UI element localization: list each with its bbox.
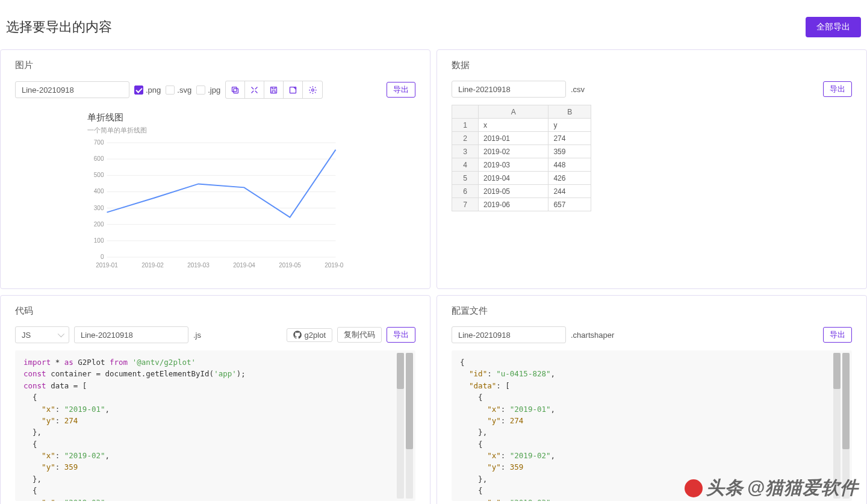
copy-icon[interactable] <box>226 81 245 98</box>
image-filename-input[interactable] <box>15 81 129 98</box>
config-panel-title: 配置文件 <box>452 305 852 317</box>
svg-text:500: 500 <box>94 172 104 178</box>
image-export-button[interactable]: 导出 <box>387 82 415 98</box>
table-row[interactable]: 62019-05244 <box>452 185 591 198</box>
scrollbar[interactable] <box>397 353 414 499</box>
github-icon <box>293 331 302 339</box>
image-panel-title: 图片 <box>15 60 415 71</box>
code-ext-label: .js <box>193 331 201 340</box>
config-ext-label: .chartshaper <box>571 331 614 340</box>
code-panel-title: 代码 <box>15 305 415 317</box>
lang-select[interactable]: JS <box>15 326 69 343</box>
svg-rect-1 <box>232 87 237 92</box>
svg-text:600: 600 <box>94 155 104 162</box>
data-panel-title: 数据 <box>452 60 852 71</box>
chevron-down-icon <box>58 331 64 337</box>
settings-icon[interactable] <box>303 81 322 98</box>
svg-text:2019-02: 2019-02 <box>141 262 164 269</box>
chart-title: 单折线图 <box>87 112 343 123</box>
data-panel: 数据 .csv 导出 AB 1xy 22019-0127432019-02359… <box>437 49 867 289</box>
config-export-button[interactable]: 导出 <box>823 327 852 343</box>
code-panel: 代码 JS .js g2plot 复制代码 导出 import * as G2P… <box>0 295 430 504</box>
table-row[interactable]: 32019-02359 <box>452 145 591 158</box>
svg-text:0: 0 <box>101 254 104 260</box>
data-filename-input[interactable] <box>452 81 566 98</box>
table-row[interactable]: 52019-04426 <box>452 172 591 185</box>
code-filename-input[interactable] <box>74 326 188 343</box>
config-panel: 配置文件 .chartshaper 导出 { "id": "u-0415-828… <box>437 295 867 504</box>
table-row[interactable]: 72019-06657 <box>452 198 591 211</box>
chart-subtitle: 一个简单的单折线图 <box>87 126 343 135</box>
svg-text:300: 300 <box>94 205 104 211</box>
data-table[interactable]: AB 1xy 22019-0127432019-0235942019-03448… <box>452 105 591 211</box>
svg-text:400: 400 <box>94 188 104 194</box>
jpg-checkbox[interactable]: .jpg <box>196 86 220 95</box>
expand-icon[interactable] <box>245 81 264 98</box>
g2plot-button[interactable]: g2plot <box>287 328 332 342</box>
table-row[interactable]: 42019-03448 <box>452 158 591 172</box>
svg-checkbox[interactable]: .svg <box>166 86 191 95</box>
code-export-button[interactable]: 导出 <box>387 327 415 343</box>
svg-text:2019-01: 2019-01 <box>96 262 118 269</box>
watermark: 头条 @猫猫爱软件 <box>685 476 859 500</box>
export-all-button[interactable]: 全部导出 <box>806 17 861 37</box>
share-icon[interactable] <box>284 81 303 98</box>
svg-text:2019-06: 2019-06 <box>325 262 343 269</box>
data-ext-label: .csv <box>571 85 585 94</box>
svg-rect-0 <box>234 89 238 93</box>
data-export-button[interactable]: 导出 <box>823 81 852 97</box>
png-checkbox[interactable]: .png <box>134 86 161 95</box>
save-icon[interactable] <box>264 81 284 98</box>
watermark-logo-icon <box>685 479 703 497</box>
code-editor[interactable]: import * as G2Plot from '@antv/g2plot' c… <box>15 350 415 501</box>
copy-code-button[interactable]: 复制代码 <box>337 327 382 343</box>
table-row[interactable]: 22019-01274 <box>452 132 591 145</box>
svg-text:200: 200 <box>94 221 104 228</box>
svg-point-4 <box>311 89 314 91</box>
svg-text:700: 700 <box>94 140 104 146</box>
config-filename-input[interactable] <box>452 326 566 343</box>
chart-preview: 单折线图 一个简单的单折线图 0100200300400500600700201… <box>15 106 415 274</box>
svg-text:2019-05: 2019-05 <box>279 262 301 269</box>
page-title: 选择要导出的内容 <box>6 18 112 36</box>
svg-rect-2 <box>271 87 277 93</box>
svg-text:2019-04: 2019-04 <box>233 262 255 269</box>
image-panel: 图片 .png .svg .jpg 导出 单折线图 一个简单的单折线图 <box>0 49 430 289</box>
svg-text:2019-03: 2019-03 <box>187 262 210 269</box>
svg-text:100: 100 <box>94 237 104 244</box>
